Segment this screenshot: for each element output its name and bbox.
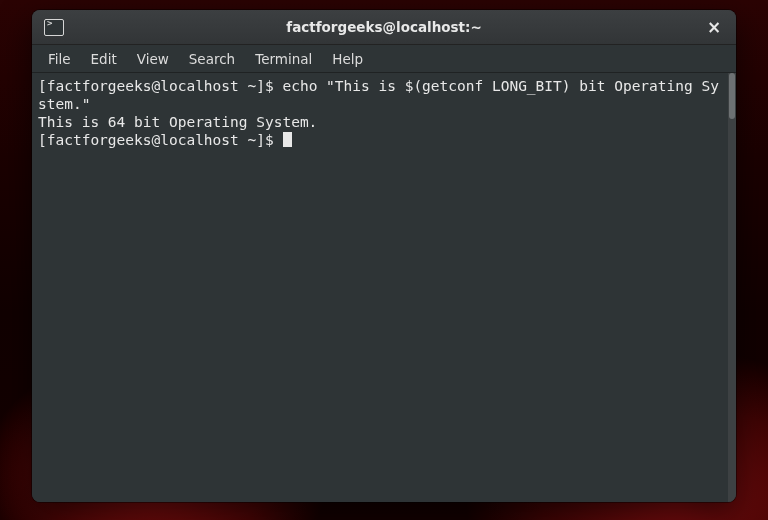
terminal-icon <box>44 19 64 36</box>
terminal-window: factforgeeks@localhost:~ × File Edit Vie… <box>32 10 736 502</box>
prompt: [factforgeeks@localhost ~]$ <box>38 132 282 148</box>
terminal-scrollbar[interactable] <box>728 73 736 502</box>
close-button[interactable]: × <box>692 10 736 44</box>
titlebar[interactable]: factforgeeks@localhost:~ × <box>32 10 736 45</box>
prompt: [factforgeeks@localhost ~]$ <box>38 78 282 94</box>
menu-view[interactable]: View <box>127 48 179 70</box>
terminal-content[interactable]: [factforgeeks@localhost ~]$ echo "This i… <box>32 73 728 502</box>
menu-file[interactable]: File <box>38 48 81 70</box>
menu-terminal[interactable]: Terminal <box>245 48 322 70</box>
output-text: This is 64 bit Operating System. <box>38 114 317 130</box>
terminal-line: [factforgeeks@localhost ~]$ <box>38 131 722 149</box>
terminal-line: This is 64 bit Operating System. <box>38 113 722 131</box>
terminal-body[interactable]: [factforgeeks@localhost ~]$ echo "This i… <box>32 73 736 502</box>
menubar: File Edit View Search Terminal Help <box>32 45 736 73</box>
menu-edit[interactable]: Edit <box>81 48 127 70</box>
window-title: factforgeeks@localhost:~ <box>32 19 736 35</box>
cursor <box>283 132 292 147</box>
desktop-background: factforgeeks@localhost:~ × File Edit Vie… <box>0 0 768 520</box>
terminal-line: [factforgeeks@localhost ~]$ echo "This i… <box>38 77 722 113</box>
menu-search[interactable]: Search <box>179 48 245 70</box>
menu-help[interactable]: Help <box>322 48 373 70</box>
